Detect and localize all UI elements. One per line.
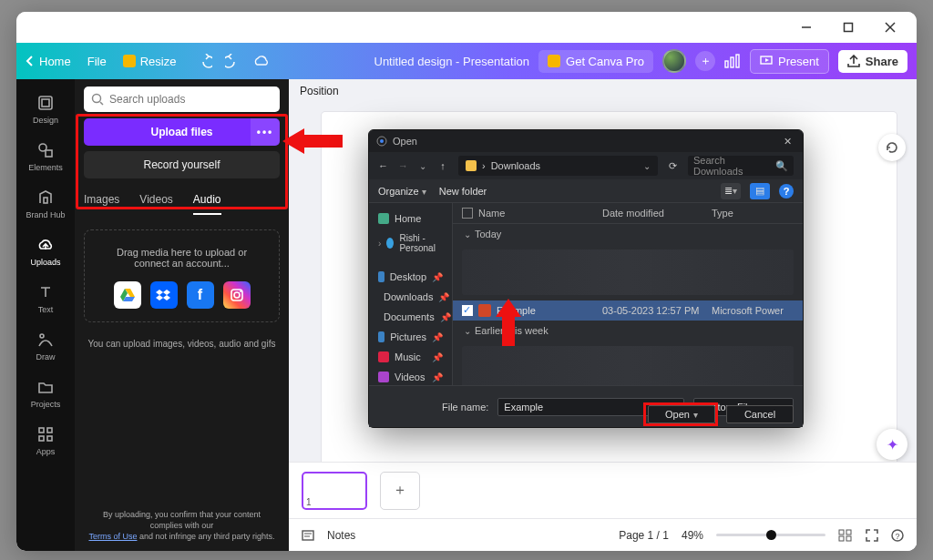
upload-files-button[interactable]: Upload files ••• bbox=[84, 118, 280, 146]
page-indicator[interactable]: Page 1 / 1 bbox=[619, 529, 669, 542]
file-row-example[interactable]: Example 03-05-2023 12:57 PM Microsoft Po… bbox=[453, 300, 803, 321]
pictures-icon bbox=[378, 331, 384, 342]
tab-images[interactable]: Images bbox=[84, 193, 119, 215]
search-icon bbox=[91, 93, 104, 106]
share-icon bbox=[847, 55, 860, 67]
open-button[interactable]: Open ▾ bbox=[648, 405, 715, 423]
maximize-button[interactable] bbox=[827, 12, 869, 43]
redo-icon[interactable] bbox=[225, 54, 240, 68]
svg-rect-34 bbox=[839, 530, 844, 535]
dropbox-icon[interactable] bbox=[150, 281, 178, 309]
select-all-checkbox[interactable] bbox=[462, 208, 473, 219]
dialog-search[interactable]: Search Downloads 🔍 bbox=[688, 156, 794, 176]
add-member-button[interactable]: ＋ bbox=[695, 51, 715, 71]
share-button[interactable]: Share bbox=[838, 50, 907, 73]
rail-projects[interactable]: Projects bbox=[16, 371, 75, 418]
search-wrap[interactable] bbox=[84, 87, 280, 112]
position-button[interactable]: Position bbox=[300, 85, 339, 97]
status-bar: Notes Page 1 / 1 49% ? bbox=[289, 518, 917, 551]
refresh-icon[interactable]: ⟳ bbox=[669, 160, 677, 172]
slide-thumb-1[interactable]: 1 bbox=[302, 472, 367, 510]
svg-marker-24 bbox=[156, 290, 163, 295]
side-desktop[interactable]: Desktop📌 bbox=[369, 267, 452, 287]
record-yourself-button[interactable]: Record yourself bbox=[84, 151, 280, 178]
tab-videos[interactable]: Videos bbox=[139, 193, 172, 215]
zoom-slider[interactable] bbox=[716, 534, 825, 536]
onedrive-icon bbox=[386, 238, 394, 249]
rail-draw[interactable]: Draw bbox=[16, 323, 75, 371]
help-icon[interactable]: ? bbox=[891, 529, 904, 542]
col-header-name[interactable]: Name bbox=[478, 208, 505, 219]
dropzone[interactable]: Drag media here to upload or connect an … bbox=[84, 229, 280, 322]
terms-link[interactable]: Terms of Use bbox=[88, 532, 137, 541]
svg-marker-26 bbox=[156, 295, 163, 300]
col-header-type[interactable]: Type bbox=[712, 208, 794, 219]
organize-menu[interactable]: Organize ▾ bbox=[378, 186, 426, 197]
side-home[interactable]: Home bbox=[369, 209, 452, 229]
analytics-icon[interactable] bbox=[724, 54, 741, 68]
rail-uploads[interactable]: Uploads bbox=[16, 229, 75, 276]
close-button[interactable] bbox=[869, 12, 911, 43]
refresh-fab[interactable] bbox=[878, 134, 906, 161]
back-home[interactable]: Home bbox=[26, 55, 71, 68]
svg-text:?: ? bbox=[895, 532, 899, 541]
nav-up-icon[interactable]: ↑ bbox=[438, 160, 447, 171]
side-music[interactable]: Music📌 bbox=[369, 347, 452, 367]
fullscreen-icon[interactable] bbox=[866, 529, 878, 542]
side-downloads[interactable]: Downloads📌 bbox=[369, 287, 452, 307]
svg-rect-4 bbox=[725, 61, 728, 67]
rail-text[interactable]: Text bbox=[16, 276, 75, 323]
side-pictures[interactable]: Pictures📌 bbox=[369, 327, 452, 347]
side-documents[interactable]: Documents📌 bbox=[369, 307, 452, 327]
add-slide-button[interactable]: ＋ bbox=[380, 472, 420, 510]
grid-view-icon[interactable] bbox=[838, 529, 853, 542]
file-menu[interactable]: File bbox=[87, 55, 107, 68]
group-earlier[interactable]: ⌄Earlier this week bbox=[453, 321, 803, 341]
search-input[interactable] bbox=[109, 93, 272, 106]
minimize-button[interactable] bbox=[785, 12, 827, 43]
magic-fab[interactable]: ✦ bbox=[877, 429, 907, 460]
crown-icon bbox=[123, 55, 136, 67]
zoom-value[interactable]: 49% bbox=[682, 529, 703, 542]
svg-marker-27 bbox=[163, 295, 170, 300]
rail-design[interactable]: Design bbox=[16, 87, 75, 134]
instagram-icon[interactable] bbox=[223, 281, 251, 309]
rail-apps[interactable]: Apps bbox=[16, 418, 75, 465]
side-personal[interactable]: ›Rishi - Personal bbox=[369, 229, 452, 258]
side-videos[interactable]: Videos📌 bbox=[369, 367, 452, 387]
svg-point-14 bbox=[40, 334, 44, 338]
help-icon[interactable]: ? bbox=[779, 184, 794, 199]
facebook-icon[interactable]: f bbox=[187, 281, 214, 309]
cloud-sync-icon[interactable] bbox=[252, 54, 269, 68]
document-title[interactable]: Untitled design - Presentation bbox=[374, 55, 530, 68]
undo-icon[interactable] bbox=[198, 54, 212, 68]
tab-audio[interactable]: Audio bbox=[193, 193, 221, 215]
file-placeholder bbox=[462, 346, 794, 385]
upload-more-icon[interactable]: ••• bbox=[251, 118, 280, 146]
col-header-date[interactable]: Date modified bbox=[602, 208, 712, 219]
resize-button[interactable]: Resize bbox=[123, 55, 177, 68]
get-pro-button[interactable]: Get Canva Pro bbox=[538, 50, 653, 73]
svg-rect-1 bbox=[845, 24, 853, 32]
present-button[interactable]: Present bbox=[750, 49, 829, 74]
rail-brandhub[interactable]: Brand Hub bbox=[16, 181, 75, 229]
google-drive-icon[interactable] bbox=[114, 281, 141, 309]
nav-back-icon[interactable]: ← bbox=[378, 160, 387, 171]
rail-elements[interactable]: Elements bbox=[16, 134, 75, 181]
group-today[interactable]: ⌄Today bbox=[453, 224, 803, 244]
preview-pane-button[interactable]: ▤ bbox=[750, 183, 770, 199]
avatar[interactable] bbox=[662, 49, 686, 73]
path-bar[interactable]: › Downloads ⌄ bbox=[458, 156, 658, 176]
view-mode-button[interactable]: ≣ ▾ bbox=[721, 183, 741, 199]
notes-button[interactable]: Notes bbox=[327, 529, 355, 542]
crown-icon bbox=[548, 55, 560, 67]
nav-recent-icon[interactable]: ⌄ bbox=[418, 161, 427, 171]
file-checkbox[interactable] bbox=[462, 305, 473, 316]
nav-forward-icon[interactable]: → bbox=[398, 160, 407, 171]
cancel-button[interactable]: Cancel bbox=[726, 405, 794, 423]
window-titlebar bbox=[16, 12, 917, 43]
dialog-close-button[interactable]: ✕ bbox=[779, 136, 795, 148]
new-folder-button[interactable]: New folder bbox=[439, 186, 487, 197]
svg-rect-31 bbox=[302, 531, 313, 540]
uploads-panel: Upload files ••• Record yourself Images … bbox=[75, 79, 289, 551]
